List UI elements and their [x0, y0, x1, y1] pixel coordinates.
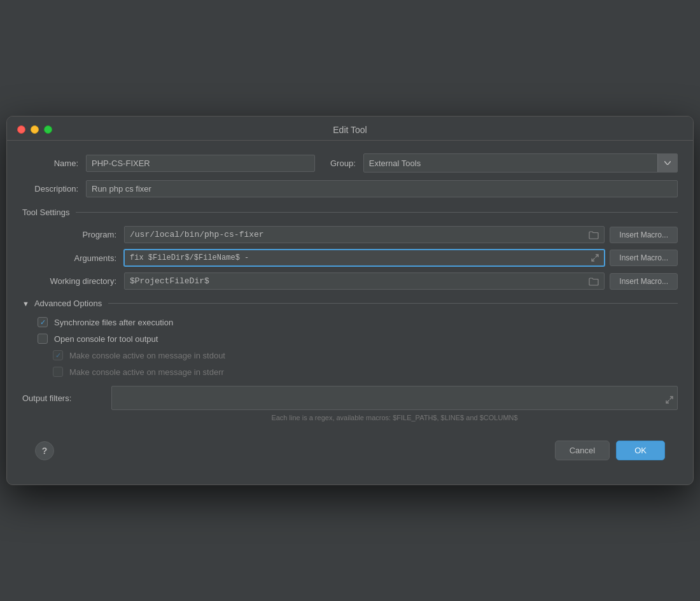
console-stdout-label: Make console active on message in stdout — [69, 351, 225, 360]
output-filters-row: Output filters: — [22, 386, 678, 410]
arguments-input-wrapper — [124, 250, 605, 266]
name-label: Name: — [22, 159, 86, 168]
output-filters-expand-icon[interactable] — [666, 396, 673, 406]
group-dropdown-button[interactable] — [657, 154, 677, 172]
arguments-label: Arguments: — [22, 253, 124, 263]
collapse-arrow-icon[interactable]: ▼ — [22, 300, 29, 308]
tool-settings-label: Tool Settings — [22, 208, 76, 217]
working-directory-label: Working directory: — [22, 276, 124, 286]
advanced-options-divider — [108, 303, 678, 304]
folder-icon — [589, 230, 599, 239]
console-stderr-label: Make console active on message in stderr — [69, 367, 224, 377]
arguments-input[interactable] — [125, 250, 586, 265]
working-directory-folder-button[interactable] — [584, 274, 604, 288]
open-console-row: Open console for tool output — [22, 334, 678, 344]
svg-line-0 — [592, 258, 595, 262]
tool-settings-header: Tool Settings — [22, 208, 678, 217]
open-console-label: Open console for tool output — [54, 334, 158, 344]
output-filters-input-wrapper[interactable] — [111, 386, 678, 410]
working-directory-input-wrapper — [124, 272, 605, 290]
description-row: Description: — [22, 180, 678, 197]
bottom-bar: ? Cancel OK — [22, 432, 678, 472]
sync-files-checkmark: ✓ — [40, 319, 46, 326]
output-filters-input[interactable] — [112, 390, 677, 406]
arguments-expand-button[interactable] — [586, 251, 604, 264]
description-input[interactable] — [86, 180, 678, 197]
name-input[interactable] — [86, 155, 315, 172]
action-buttons: Cancel OK — [555, 441, 665, 460]
folder-icon — [589, 277, 599, 286]
window-title: Edit Tool — [333, 125, 367, 135]
program-folder-button[interactable] — [584, 228, 604, 242]
program-input[interactable] — [125, 227, 584, 243]
chevron-down-icon — [664, 161, 671, 165]
minimize-button[interactable] — [31, 125, 39, 134]
sync-files-checkbox[interactable]: ✓ — [38, 317, 48, 327]
svg-line-3 — [670, 397, 673, 400]
advanced-options-header: ▼ Advanced Options — [22, 299, 678, 308]
close-button[interactable] — [17, 125, 25, 134]
open-console-checkbox[interactable] — [38, 334, 48, 344]
title-bar: Edit Tool — [7, 117, 693, 141]
maximize-button[interactable] — [44, 125, 52, 134]
advanced-options-section: ▼ Advanced Options ✓ Synchronize files a… — [22, 299, 678, 421]
output-filters-label: Output filters: — [22, 393, 111, 403]
arguments-row: Arguments: Insert Macro... — [22, 250, 678, 266]
sync-files-label: Synchronize files after execution — [54, 318, 173, 327]
arguments-insert-macro-button[interactable]: Insert Macro... — [610, 250, 678, 266]
program-insert-macro-button[interactable]: Insert Macro... — [610, 227, 678, 243]
working-directory-input[interactable] — [125, 273, 584, 289]
tool-settings-divider — [76, 212, 678, 213]
name-group-row: Name: Group: External Tools — [22, 153, 678, 173]
description-label: Description: — [22, 184, 86, 194]
advanced-options-label: Advanced Options — [34, 299, 108, 308]
help-button[interactable]: ? — [35, 441, 54, 460]
ok-button[interactable]: OK — [616, 441, 665, 460]
group-select[interactable]: External Tools — [363, 153, 678, 173]
working-directory-row: Working directory: Insert Macro... — [22, 272, 678, 290]
console-stderr-row: Make console active on message in stderr — [22, 367, 678, 377]
group-select-text: External Tools — [364, 155, 657, 171]
working-directory-insert-macro-button[interactable]: Insert Macro... — [610, 273, 678, 290]
output-filters-helper: Each line is a regex, available macros: … — [22, 414, 678, 421]
svg-line-2 — [666, 400, 669, 404]
program-label: Program: — [22, 230, 124, 239]
program-input-wrapper — [124, 226, 605, 243]
traffic-lights — [17, 125, 52, 134]
console-stdout-row: ✓ Make console active on message in stdo… — [22, 350, 678, 360]
expand-icon — [666, 396, 673, 404]
console-stdout-checkbox: ✓ — [53, 350, 63, 360]
svg-line-1 — [596, 255, 599, 258]
console-stderr-checkbox — [53, 367, 63, 377]
dialog-content: Name: Group: External Tools Description:… — [7, 141, 693, 484]
cancel-button[interactable]: Cancel — [555, 441, 610, 460]
sync-files-row: ✓ Synchronize files after execution — [22, 317, 678, 327]
tool-settings: Program: Insert Macro... Arguments: — [22, 226, 678, 290]
program-row: Program: Insert Macro... — [22, 226, 678, 243]
expand-icon — [591, 254, 599, 262]
edit-tool-dialog: Edit Tool Name: Group: External Tools De… — [6, 116, 694, 485]
group-label: Group: — [315, 159, 363, 168]
console-stdout-checkmark: ✓ — [55, 352, 61, 359]
